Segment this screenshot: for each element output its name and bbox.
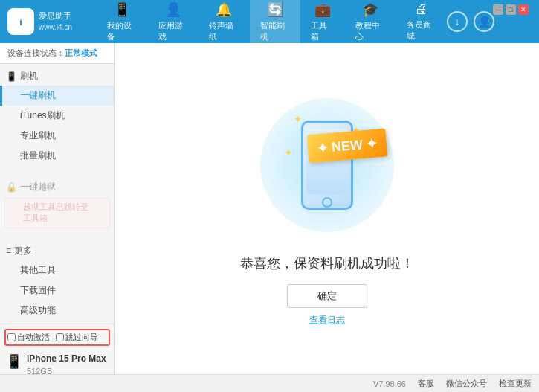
flash-section-icon: 📱 — [6, 71, 17, 82]
logo-area: i 爱思助手 www.i4.cn — [7, 8, 97, 35]
footer-items: 客服 微信公众号 检查更新 — [418, 378, 532, 389]
jailbreak-section: 🔓 一键越狱 越狱工具已跳转至 工具箱 — [0, 175, 114, 233]
guided-setup-checkbox[interactable] — [56, 333, 64, 341]
auto-check-row: 自动激活 跳过向导 — [4, 329, 110, 346]
nav-tab-my-device[interactable]: 📱 我的设备 — [97, 0, 148, 45]
logo-text: 爱思助手 www.i4.cn — [39, 10, 72, 32]
main-container: 设备连接状态：正常模式 📱 刷机 一键刷机 iTunes刷机 专业刷机 批量刷机… — [0, 43, 539, 374]
auto-activate-check[interactable]: 自动激活 — [7, 332, 50, 343]
ringtones-icon: 🔔 — [216, 1, 232, 18]
confirm-button[interactable]: 确定 — [287, 284, 367, 308]
toolbox-icon: 💼 — [314, 1, 331, 18]
auto-activate-checkbox[interactable] — [7, 333, 16, 341]
sidebar-item-one-key-flash[interactable]: 一键刷机 — [0, 86, 114, 106]
sparkle-3: ✦ — [284, 147, 293, 158]
my-device-icon: 📱 — [114, 1, 130, 18]
nav-tab-ringtones[interactable]: 🔔 铃声墙纸 — [199, 0, 250, 45]
jailbreak-note: 越狱工具已跳转至 工具箱 — [4, 198, 110, 228]
header-actions: ↓ 👤 — [447, 11, 494, 32]
smart-flash-icon: 🔄 — [267, 1, 283, 18]
device-area: 自动激活 跳过向导 📱 iPhone 15 Pro Max 512GB iPho… — [0, 324, 114, 374]
version-label: V7.98.66 — [373, 379, 406, 388]
sidebar-item-advanced[interactable]: 高级功能 — [0, 301, 114, 321]
logo-icon: i — [7, 8, 34, 35]
phone-home-button — [322, 197, 332, 208]
flash-section: 📱 刷机 一键刷机 iTunes刷机 专业刷机 批量刷机 — [0, 64, 114, 169]
sidebar-item-pro-flash[interactable]: 专业刷机 — [0, 126, 114, 146]
close-button[interactable]: ✕ — [518, 4, 529, 15]
sidebar-item-other-tools[interactable]: 其他工具 — [0, 260, 114, 280]
more-section: ≡ 更多 其他工具 下载固件 高级功能 — [0, 239, 114, 324]
sparkle-1: ✦ — [294, 113, 303, 125]
nav-tab-toolbox[interactable]: 💼 工具箱 — [300, 0, 345, 45]
device-info: 📱 iPhone 15 Pro Max 512GB iPhone — [4, 349, 110, 374]
nav-tab-merchant[interactable]: 🖨 务员商城 — [396, 0, 448, 45]
sidebar-item-itunes-flash[interactable]: iTunes刷机 — [0, 106, 114, 126]
nav-tabs: 📱 我的设备 👤 应用游戏 🔔 铃声墙纸 🔄 智能刷机 💼 工具箱 🎓 教程中心… — [97, 0, 447, 45]
status-bar: 设备连接状态：正常模式 — [0, 43, 114, 64]
more-section-icon: ≡ — [6, 245, 11, 256]
footer-item-update[interactable]: 检查更新 — [499, 378, 532, 389]
device-phone-icon: 📱 — [6, 353, 22, 370]
flash-section-header: 📱 刷机 — [0, 67, 114, 86]
sidebar-item-batch-flash[interactable]: 批量刷机 — [0, 146, 114, 166]
footer-item-wechat[interactable]: 微信公众号 — [446, 378, 487, 389]
phone-illustration: ✦ ✦ ✦ ✦ NEW ✦ — [253, 91, 401, 240]
window-controls: — □ ✕ — [493, 4, 529, 15]
download-button[interactable]: ↓ — [447, 11, 468, 32]
success-text: 恭喜您，保资料刷机成功啦！ — [240, 254, 414, 272]
view-log-link[interactable]: 查看日志 — [309, 314, 345, 327]
nav-tab-smart-flash[interactable]: 🔄 智能刷机 — [250, 0, 301, 45]
content-area: ✦ ✦ ✦ ✦ NEW ✦ 恭喜您，保资料刷机成功啦！ 确定 查看日志 — [115, 43, 539, 374]
guided-setup-check[interactable]: 跳过向导 — [56, 332, 98, 343]
apps-games-icon: 👤 — [165, 1, 181, 18]
device-details: iPhone 15 Pro Max 512GB iPhone — [27, 352, 106, 374]
footer: V7.98.66 客服 微信公众号 检查更新 — [0, 374, 539, 392]
nav-tab-tutorial[interactable]: 🎓 教程中心 — [345, 0, 396, 45]
more-section-header: ≡ 更多 — [0, 242, 114, 260]
minimize-button[interactable]: — — [493, 4, 503, 15]
jailbreak-section-icon: 🔓 — [6, 182, 17, 193]
jailbreak-section-header: 🔓 一键越狱 — [0, 178, 114, 196]
tutorial-icon: 🎓 — [362, 1, 378, 18]
maximize-button[interactable]: □ — [506, 4, 516, 15]
merchant-icon: 🖨 — [415, 1, 428, 17]
sidebar: 设备连接状态：正常模式 📱 刷机 一键刷机 iTunes刷机 专业刷机 批量刷机… — [0, 43, 115, 374]
nav-tab-apps-games[interactable]: 👤 应用游戏 — [148, 0, 199, 45]
footer-item-support[interactable]: 客服 — [418, 378, 434, 389]
header: i 爱思助手 www.i4.cn — □ ✕ 📱 我的设备 👤 应用游戏 🔔 铃… — [0, 0, 539, 43]
user-button[interactable]: 👤 — [474, 11, 494, 32]
sidebar-item-download-firm[interactable]: 下载固件 — [0, 280, 114, 301]
